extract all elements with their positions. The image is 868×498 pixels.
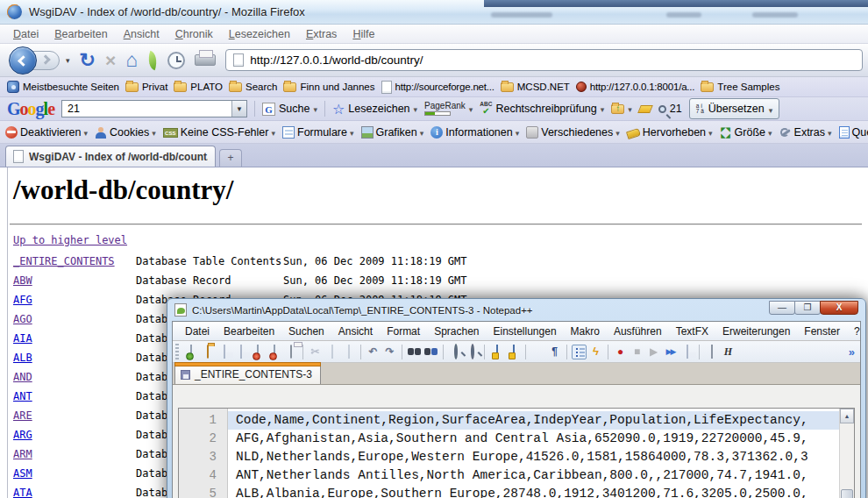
menu-chronik[interactable]: Chronik bbox=[167, 26, 221, 42]
npp-menu-help[interactable]: ? bbox=[847, 324, 867, 339]
redo-icon[interactable]: ↷ bbox=[382, 345, 397, 359]
new-tab-button[interactable]: + bbox=[219, 149, 242, 167]
bookmark-meistbesuchte-seiten[interactable]: Meistbesuchte Seiten bbox=[7, 81, 119, 93]
macro-record-icon[interactable]: ● bbox=[613, 345, 628, 359]
url-text[interactable]: http://127.0.0.1/world-db/country/ bbox=[250, 53, 423, 67]
npp-menu-textfx[interactable]: TextFX bbox=[669, 324, 715, 339]
stop-button[interactable]: × bbox=[105, 51, 116, 69]
reload-button[interactable]: ↻ bbox=[80, 51, 96, 70]
npp-menu-fenster[interactable]: Fenster bbox=[797, 324, 847, 339]
dev-quelltext[interactable]: Quelltext bbox=[839, 126, 868, 139]
menu-datei[interactable]: Datei bbox=[5, 26, 46, 42]
dev-hervorheben[interactable]: Hervorheben bbox=[627, 126, 713, 139]
dev-deaktivieren[interactable]: Deaktivieren bbox=[5, 126, 88, 139]
editor-line-selected[interactable]: Code,Name,Continent,Region,SurfaceArea,I… bbox=[228, 411, 839, 430]
search-value[interactable]: 21 bbox=[62, 103, 231, 115]
menu-extras[interactable]: Extras bbox=[298, 26, 345, 42]
open-file-button[interactable] bbox=[200, 345, 215, 359]
entry-link[interactable]: _ENTIRE_CONTENTS bbox=[13, 255, 136, 267]
editor-line[interactable]: ALB,Albania,Europe,Southern Europe,28748… bbox=[228, 485, 839, 498]
notepad-plus-plus-window[interactable]: C:\Users\Martin\AppData\Local\Temp\_ENTI… bbox=[167, 298, 866, 498]
history-dropdown-icon[interactable]: ▾ bbox=[66, 56, 70, 65]
entry-link[interactable]: ATA bbox=[13, 487, 136, 498]
bookmark-privat[interactable]: Privat bbox=[125, 82, 167, 92]
save-all-button[interactable] bbox=[233, 345, 248, 359]
google-suche-button[interactable]: G Suche bbox=[262, 103, 317, 116]
dev-informationen[interactable]: i Informationen bbox=[430, 126, 519, 139]
tab-wsgidav[interactable]: WsgiDAV - Index of /world-db/count... bbox=[5, 146, 216, 167]
editor-line[interactable]: ANT,Netherlands Antilles,North America,C… bbox=[228, 466, 839, 485]
editor-area[interactable]: 1 2 3 4 5 6 Code,Name,Continent,Region,S… bbox=[178, 408, 855, 498]
chevron-down-icon[interactable] bbox=[628, 103, 632, 115]
bookmark-folder-button[interactable] bbox=[611, 103, 632, 115]
bookmark-sourceforge[interactable]: http://sourceforge.net... bbox=[381, 81, 494, 94]
close-button[interactable]: X bbox=[820, 301, 858, 315]
bookmark-mcsd-net[interactable]: MCSD.NET bbox=[501, 82, 570, 92]
menu-lesezeichen[interactable]: Lesezeichen bbox=[221, 26, 298, 42]
bookmark-localhost-8001[interactable]: http://127.0.0.1:8001/a... bbox=[576, 82, 694, 92]
url-bar[interactable]: http://127.0.0.1/world-db/country/ bbox=[225, 49, 863, 71]
entry-link[interactable]: ASM bbox=[13, 467, 136, 480]
editor-line[interactable]: NLD,Netherlands,Europe,Western Europe,41… bbox=[228, 448, 839, 466]
html-tag-icon[interactable]: H bbox=[721, 345, 736, 359]
npp-menu-makro[interactable]: Makro bbox=[564, 324, 607, 339]
new-file-button[interactable] bbox=[183, 345, 198, 359]
entry-link[interactable]: ARG bbox=[13, 429, 136, 441]
find-count[interactable]: 21 bbox=[658, 103, 682, 115]
code-text-area[interactable]: Code,Name,Continent,Region,SurfaceArea,I… bbox=[228, 409, 839, 498]
leaf-extension-icon[interactable] bbox=[145, 50, 160, 70]
entry-link[interactable]: ARE bbox=[13, 409, 136, 422]
entry-link[interactable]: AFG bbox=[13, 294, 136, 306]
chevron-down-icon[interactable]: ▼ bbox=[231, 101, 246, 117]
scroll-up-arrow[interactable]: ▲ bbox=[840, 409, 854, 423]
menu-bearbeiten[interactable]: Bearbeiten bbox=[46, 26, 115, 42]
macro-save-icon[interactable] bbox=[679, 345, 694, 359]
chevron-down-icon[interactable] bbox=[769, 101, 773, 117]
up-to-higher-level-link[interactable]: Up to higher level bbox=[13, 234, 127, 246]
copy-icon[interactable] bbox=[324, 345, 339, 359]
editor-line[interactable]: AFG,Afghanistan,Asia,Southern and Centra… bbox=[228, 430, 839, 448]
dev-cookies[interactable]: Cookies bbox=[95, 126, 156, 139]
print-button[interactable] bbox=[283, 345, 298, 359]
save-button[interactable] bbox=[217, 345, 231, 359]
find-icon[interactable] bbox=[407, 345, 422, 359]
bookmark-plato[interactable]: PLATO bbox=[174, 82, 223, 92]
entry-link[interactable]: AND bbox=[13, 371, 136, 383]
npp-menu-datei[interactable]: Datei bbox=[178, 324, 217, 339]
print-button[interactable] bbox=[195, 54, 216, 66]
bookmark-finn-und-jannes[interactable]: Finn und Jannes bbox=[283, 82, 374, 92]
toolbar-overflow-chevron[interactable]: » bbox=[849, 345, 855, 359]
undo-icon[interactable]: ↶ bbox=[366, 345, 381, 359]
npp-menu-sprachen[interactable]: Sprachen bbox=[427, 324, 486, 339]
dev-formulare[interactable]: Formulare bbox=[282, 126, 354, 139]
highlighter-button[interactable] bbox=[639, 105, 651, 113]
bookmark-search[interactable]: Search bbox=[229, 82, 277, 92]
doc-switcher-icon[interactable] bbox=[704, 345, 719, 359]
chevron-down-icon[interactable] bbox=[414, 103, 418, 115]
minimize-button[interactable]: — bbox=[769, 301, 795, 315]
show-symbols-icon[interactable]: ¶ bbox=[547, 345, 562, 359]
close-all-button[interactable] bbox=[267, 345, 281, 359]
maximize-button[interactable]: ❐ bbox=[794, 301, 821, 315]
google-logo[interactable]: Google bbox=[7, 99, 54, 119]
spellcheck-button[interactable]: ABC ✔ Rechtschreibprüfung bbox=[480, 102, 604, 116]
chevron-down-icon[interactable] bbox=[469, 103, 473, 115]
function-completion-icon[interactable]: ϟ bbox=[588, 345, 603, 359]
npp-menu-einstellungen[interactable]: Einstellungen bbox=[487, 324, 564, 339]
notepad-titlebar[interactable]: C:\Users\Martin\AppData\Local\Temp\_ENTI… bbox=[167, 299, 865, 321]
uebersetzen-button[interactable]: a í 7 ä Übersetzen bbox=[689, 98, 780, 119]
dev-grafiken[interactable]: Grafiken bbox=[361, 126, 424, 139]
entry-link[interactable]: ANT bbox=[13, 390, 136, 402]
clock-extension-icon[interactable] bbox=[167, 52, 185, 69]
menu-hilfe[interactable]: Hilfe bbox=[345, 26, 382, 42]
bookmark-tree-samples[interactable]: Tree Samples bbox=[701, 82, 779, 92]
zoom-in-icon[interactable] bbox=[448, 345, 463, 359]
macro-stop-icon[interactable]: ■ bbox=[630, 345, 644, 359]
indent-guide-icon[interactable] bbox=[572, 345, 587, 359]
chevron-down-icon[interactable] bbox=[313, 103, 317, 115]
sync-horizontal-icon[interactable] bbox=[506, 345, 521, 359]
npp-menu-suchen[interactable]: Suchen bbox=[281, 324, 331, 339]
scrollbar-thumb[interactable] bbox=[841, 489, 853, 498]
paste-icon[interactable] bbox=[341, 345, 356, 359]
google-search-input[interactable]: 21 ▼ bbox=[61, 100, 247, 117]
